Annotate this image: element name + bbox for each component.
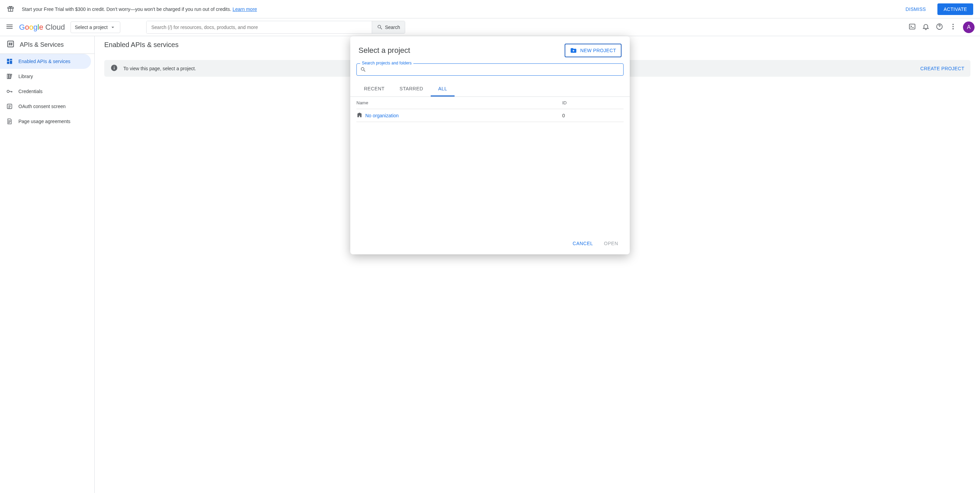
tab-recent[interactable]: RECENT [356, 82, 392, 96]
modal-backdrop: Select a project NEW PROJECT Search proj… [0, 0, 980, 493]
select-project-modal: Select a project NEW PROJECT Search proj… [350, 36, 630, 254]
col-id-label: ID [562, 100, 624, 105]
new-project-button[interactable]: NEW PROJECT [565, 44, 622, 57]
new-project-label: NEW PROJECT [580, 48, 616, 53]
tab-all[interactable]: ALL [431, 82, 455, 96]
modal-tabs: RECENT STARRED ALL [350, 82, 630, 97]
org-link[interactable]: No organization [365, 113, 399, 118]
modal-table-header: Name ID [356, 97, 624, 109]
modal-search-label: Search projects and folders [360, 61, 413, 65]
cancel-button[interactable]: CANCEL [568, 237, 598, 250]
col-name-label: Name [356, 100, 562, 105]
org-id: 0 [562, 113, 624, 118]
organization-icon [356, 112, 365, 119]
modal-search-field: Search projects and folders [356, 64, 624, 76]
table-row[interactable]: No organization 0 [356, 109, 624, 122]
open-button[interactable]: OPEN [599, 237, 623, 250]
search-icon [360, 67, 366, 73]
tab-starred[interactable]: STARRED [392, 82, 431, 96]
modal-search-input[interactable] [370, 67, 620, 72]
modal-title: Select a project [358, 46, 410, 55]
modal-footer: CANCEL OPEN [350, 233, 630, 254]
new-folder-icon [570, 47, 577, 54]
